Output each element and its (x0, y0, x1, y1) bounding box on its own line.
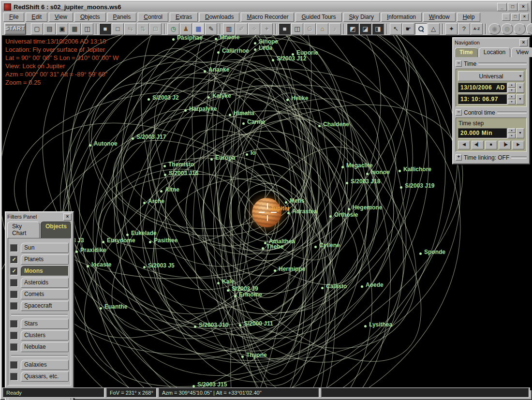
nav-tab-location[interactable]: Location (479, 47, 510, 57)
record-icon[interactable]: ◉ (488, 23, 501, 35)
date-field[interactable]: 13/10/2006 AD (458, 83, 507, 93)
time-spin-up-button[interactable]: ▲ (508, 94, 516, 99)
menu-sky-diary[interactable]: Sky Diary (343, 13, 380, 22)
time-skip-icon[interactable]: ◷ (167, 23, 179, 35)
menu-extras[interactable]: Extras (170, 13, 198, 22)
pan-hand-icon[interactable]: ☛ (402, 23, 414, 35)
filter-button-galaxies[interactable]: Galaxies (21, 360, 69, 370)
music-icon[interactable]: ♪ (514, 23, 526, 35)
mdi-restore-button[interactable]: □ (511, 14, 519, 21)
menu-window[interactable]: Window (423, 13, 456, 22)
close-button[interactable]: × (518, 3, 528, 11)
select-cursor-icon[interactable]: ↖ (390, 23, 402, 35)
filter-button-nebulae[interactable]: Nebulae (21, 342, 69, 352)
filter-button-spacecraft[interactable]: Spacecraft (21, 301, 69, 311)
mdi-minimize-button[interactable]: _ (502, 14, 510, 21)
time-spin-down-button[interactable]: ▼ (508, 100, 516, 104)
step-dropdown-button[interactable]: ▼ (516, 128, 524, 138)
menu-guided-tours[interactable]: Guided Tours (296, 13, 341, 22)
sky-mode-dusk-icon[interactable]: ◪ (359, 23, 371, 35)
filters-tab-objects[interactable]: Objects (41, 222, 72, 238)
filter-button-quasars-etc[interactable]: Quasars, etc. (21, 371, 69, 382)
checkbox-moons[interactable]: ✓ (10, 267, 18, 275)
help-book-icon[interactable]: ? (458, 23, 470, 35)
time-dropdown-button[interactable]: ▼ (516, 94, 524, 104)
filters-tab-sky-chart[interactable]: Sky Chart (7, 222, 40, 238)
menu-edit[interactable]: Edit (26, 13, 47, 22)
menu-file[interactable]: File (3, 13, 24, 22)
jupiter-planet[interactable] (252, 198, 281, 227)
timescale-dropdown[interactable]: Universal ▼ (458, 71, 524, 81)
nav-tab-time[interactable]: Time (455, 47, 478, 57)
checkbox-sun[interactable] (10, 244, 18, 252)
deep-sky-icon[interactable]: ■ (279, 23, 291, 35)
save-icon[interactable]: ▣ (56, 23, 68, 35)
sky-mode-day-icon[interactable]: ◩ (347, 23, 359, 35)
new-file-icon[interactable]: ▢ (31, 23, 43, 35)
checkbox-clusters[interactable] (10, 332, 18, 340)
menu-view[interactable]: View (49, 13, 73, 22)
filter-button-stars[interactable]: Stars (21, 319, 69, 329)
time-step-field[interactable]: 20.000 Min (458, 128, 507, 138)
sky-mode-night-icon[interactable]: ◨ (372, 23, 384, 35)
checkbox-comets[interactable] (10, 291, 18, 298)
menu-control[interactable]: Control (138, 13, 168, 22)
mdi-close-button[interactable]: × (520, 14, 529, 21)
minimize-button[interactable]: _ (497, 3, 507, 11)
filter-button-asteroids[interactable]: Asteroids (21, 278, 69, 288)
display-mode-icon[interactable]: ■ (99, 23, 111, 35)
play-forward-button[interactable]: ▶ (512, 141, 524, 149)
menu-help[interactable]: Help (457, 13, 481, 22)
menu-objects[interactable]: Objects (74, 13, 106, 22)
filter-button-planets[interactable]: Planets (21, 254, 69, 265)
menu-downloads[interactable]: Downloads (199, 13, 239, 22)
filter-button-moons[interactable]: Moons (21, 266, 69, 276)
step-spin-up-button[interactable]: ▲ (508, 128, 516, 133)
checkbox-stars[interactable] (10, 320, 18, 328)
start-button[interactable]: START (4, 23, 26, 35)
report-icon[interactable]: ✎ (205, 23, 217, 35)
filter-button-comets[interactable]: Comets (21, 289, 69, 299)
time-section-collapse-button[interactable]: − (456, 60, 462, 67)
step-spin-down-button[interactable]: ▼ (508, 133, 516, 138)
home-view-icon[interactable]: ⌂ (316, 23, 328, 35)
date-spin-up-button[interactable]: ▲ (508, 83, 516, 88)
blank-panel-icon[interactable]: □ (112, 23, 124, 35)
open-file-icon[interactable]: ▤ (44, 23, 56, 35)
step-forward-button[interactable]: ▕▶ (499, 141, 511, 149)
print-icon[interactable]: ▦ (69, 23, 81, 35)
checkbox-galaxies[interactable] (10, 361, 18, 369)
nav-tab-view[interactable]: View (511, 47, 532, 57)
menu-information[interactable]: Information (381, 13, 422, 22)
data-panel-icon[interactable]: ▥ (223, 23, 235, 35)
playlist-icon[interactable]: ◍ (501, 23, 513, 35)
web-icon[interactable]: ◎ (526, 23, 532, 35)
observer-icon[interactable]: ♟ (180, 23, 192, 35)
date-dropdown-button[interactable]: ▼ (516, 83, 524, 93)
menu-panels[interactable]: Panels (107, 13, 137, 22)
zoom-tool-icon[interactable] (415, 23, 427, 35)
time-field[interactable]: 13: 10: 06.97 (458, 94, 507, 104)
play-reverse-button[interactable]: ◀ (458, 141, 470, 149)
checkbox-planets[interactable]: ✓ (10, 256, 18, 264)
filter-button-clusters[interactable]: Clusters (21, 330, 69, 341)
field-rotate-icon[interactable]: △ (428, 23, 440, 35)
photo-view-icon[interactable]: ◫ (291, 23, 303, 35)
maximize-button[interactable]: □ (508, 3, 517, 11)
checkbox-spacecraft[interactable] (10, 302, 18, 310)
date-spin-down-button[interactable]: ▼ (508, 88, 516, 93)
checkbox-quasars-etc[interactable] (10, 373, 18, 381)
time-linking-expand-button[interactable]: + (456, 154, 462, 161)
menu-macro-recorder[interactable]: Macro Recorder (241, 13, 294, 22)
az-index-icon[interactable]: A·Z (471, 23, 483, 35)
stop-button[interactable]: ■ (485, 141, 497, 149)
step-back-button[interactable]: ◀▏ (472, 141, 484, 149)
print-preview-icon[interactable]: ◫ (81, 23, 93, 35)
filters-close-icon[interactable]: × (63, 213, 72, 221)
sky-window-icon[interactable]: ▦ (192, 23, 205, 35)
control-time-collapse-button[interactable]: − (456, 109, 462, 116)
filter-button-sun[interactable]: Sun (21, 243, 69, 253)
checkbox-asteroids[interactable] (10, 279, 18, 287)
navigation-close-icon[interactable]: × (519, 39, 528, 46)
flashlight-icon[interactable]: ✦ (445, 23, 458, 35)
